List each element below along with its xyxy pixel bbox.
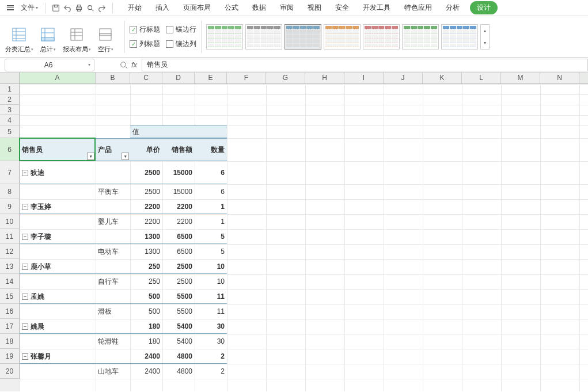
row-header-6[interactable]: 6	[0, 138, 20, 161]
report-layout-button[interactable]: 报表布局▾	[62, 18, 91, 55]
pivot-cell: 2500	[162, 259, 195, 274]
subtotal-button[interactable]: 分类汇总▾	[5, 18, 33, 55]
tab-数据[interactable]: 数据	[251, 1, 267, 15]
row-header-7[interactable]: 7	[0, 161, 20, 184]
svg-rect-0	[53, 5, 59, 11]
collapse-button[interactable]: −	[22, 324, 28, 330]
print-icon[interactable]	[73, 2, 85, 14]
collapse-button[interactable]: −	[22, 294, 28, 300]
checkbox-row-header[interactable]: ✓行标题	[130, 25, 160, 35]
style-thumb[interactable]	[324, 24, 361, 50]
filter-button[interactable]: ▾	[122, 153, 129, 160]
checkbox-col-header[interactable]: ✓列标题	[130, 39, 160, 49]
tab-开始[interactable]: 开始	[127, 1, 143, 15]
filter-button[interactable]: ▾	[87, 153, 94, 160]
row-header-3[interactable]: 3	[0, 105, 20, 115]
tab-特色应用[interactable]: 特色应用	[403, 1, 433, 15]
row-header-1[interactable]: 1	[0, 84, 20, 94]
svg-rect-3	[77, 5, 80, 7]
style-thumb[interactable]	[402, 24, 439, 50]
collapse-button[interactable]: −	[22, 353, 28, 360]
col-header-B[interactable]: B	[96, 73, 130, 83]
row-header-15[interactable]: 15	[0, 289, 20, 304]
style-thumb[interactable]	[363, 24, 400, 50]
collapse-button[interactable]: −	[22, 204, 28, 210]
fx-icon[interactable]: fx	[131, 60, 137, 69]
pivot-cell: 4800	[162, 364, 195, 379]
formula-input[interactable]: 销售员	[142, 59, 588, 71]
col-header-K[interactable]: K	[423, 73, 462, 83]
row-header-4[interactable]: 4	[0, 115, 20, 125]
collapse-button[interactable]: −	[22, 264, 28, 270]
pivot-cell: 1	[195, 214, 227, 229]
col-header-H[interactable]: H	[305, 73, 344, 83]
pivot-cell: −孟姚	[20, 289, 96, 304]
pivot-cell: 2400	[130, 349, 162, 364]
row-header-11[interactable]: 11	[0, 229, 20, 244]
file-menu[interactable]: 文件▾	[18, 1, 40, 15]
redo-icon[interactable]	[96, 2, 108, 14]
tab-安全[interactable]: 安全	[334, 1, 350, 15]
divider	[45, 3, 45, 13]
cells-area[interactable]: 值销售员▾产品▾单价销售额数量−狄迪2500150006平衡车250015000…	[20, 84, 588, 391]
checkbox-banded-row[interactable]: 镶边行	[166, 25, 196, 35]
grandtotal-button[interactable]: 总计▾	[33, 18, 62, 55]
row-headers: 1234567891011121314151617181920	[0, 84, 20, 391]
pivot-cell: 6	[195, 161, 227, 184]
menu-icon[interactable]	[5, 5, 16, 10]
save-icon[interactable]	[50, 2, 62, 14]
col-header-N[interactable]: N	[540, 73, 579, 83]
checkbox-banded-col[interactable]: 镶边列	[166, 39, 196, 49]
row-header-18[interactable]: 18	[0, 334, 20, 349]
col-header-L[interactable]: L	[462, 73, 501, 83]
col-header-E[interactable]: E	[195, 73, 227, 83]
tab-页面布局[interactable]: 页面布局	[182, 1, 212, 15]
col-header-I[interactable]: I	[344, 73, 384, 83]
name-box[interactable]: A6▾	[5, 59, 94, 71]
tab-视图[interactable]: 视图	[306, 1, 323, 15]
col-header-G[interactable]: G	[266, 73, 305, 83]
gallery-more[interactable]: ▴▾	[480, 24, 490, 50]
col-header-J[interactable]: J	[384, 73, 423, 83]
row-header-16[interactable]: 16	[0, 304, 20, 319]
undo-icon[interactable]	[62, 2, 73, 14]
tab-插入[interactable]: 插入	[154, 1, 170, 15]
row-header-17[interactable]: 17	[0, 319, 20, 334]
row-header-14[interactable]: 14	[0, 274, 20, 289]
tab-开发工具[interactable]: 开发工具	[362, 1, 392, 15]
row-header-8[interactable]: 8	[0, 184, 20, 199]
row-header-20[interactable]: 20	[0, 364, 20, 379]
col-header-A[interactable]: A	[20, 73, 96, 83]
row-header-19[interactable]: 19	[0, 349, 20, 364]
row-header-5[interactable]: 5	[0, 125, 20, 138]
row-header-12[interactable]: 12	[0, 244, 20, 259]
tab-分析[interactable]: 分析	[445, 1, 461, 15]
style-thumb[interactable]	[206, 24, 243, 50]
preview-icon[interactable]	[85, 2, 96, 14]
tab-审阅[interactable]: 审阅	[279, 1, 295, 15]
collapse-button[interactable]: −	[22, 170, 28, 176]
pivot-cell: 5	[195, 229, 227, 244]
style-thumb[interactable]	[245, 24, 282, 50]
row-header-9[interactable]: 9	[0, 199, 20, 214]
quick-access-toolbar	[50, 0, 108, 16]
pivot-cell: 2	[195, 349, 227, 364]
col-header-M[interactable]: M	[501, 73, 540, 83]
row-header-2[interactable]: 2	[0, 94, 20, 105]
collapse-button[interactable]: −	[22, 234, 28, 240]
layout-group: 分类汇总▾ 总计▾ 报表布局▾ 空行▾	[5, 18, 120, 55]
tab-公式[interactable]: 公式	[223, 1, 240, 15]
pivot-cell: 180	[130, 334, 162, 349]
blank-rows-button[interactable]: 空行▾	[91, 18, 120, 55]
row-header-10[interactable]: 10	[0, 214, 20, 229]
style-thumb[interactable]	[284, 24, 321, 50]
row-header-13[interactable]: 13	[0, 259, 20, 274]
pivot-cell: 山地车	[96, 364, 130, 379]
zoom-icon[interactable]	[120, 61, 128, 69]
col-header-F[interactable]: F	[227, 73, 266, 83]
style-thumb[interactable]	[441, 24, 478, 50]
tab-design[interactable]: 设计	[470, 1, 498, 14]
select-all-corner[interactable]	[0, 73, 20, 83]
col-header-D[interactable]: D	[162, 73, 195, 83]
col-header-C[interactable]: C	[130, 73, 162, 83]
